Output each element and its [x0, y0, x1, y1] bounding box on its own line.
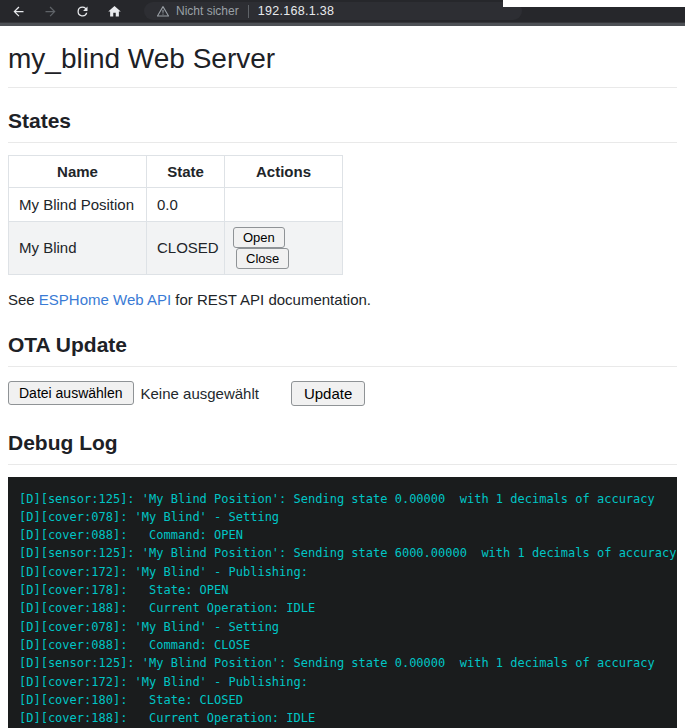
column-header-name: Name: [9, 155, 147, 187]
cell-actions: OpenClose: [225, 221, 343, 274]
cell-state: CLOSED: [147, 221, 225, 274]
home-icon[interactable]: [106, 3, 122, 19]
url-text[interactable]: 192.168.1.38: [258, 4, 335, 18]
ota-upload-row: Datei auswählen Keine ausgewählt Update: [8, 381, 677, 406]
log-line: [D][cover:172]: 'My Blind' - Publishing:: [19, 673, 666, 691]
choose-file-button[interactable]: Datei auswählen: [8, 381, 134, 405]
debug-log-panel[interactable]: [D][sensor:125]: 'My Blind Position': Se…: [8, 477, 677, 728]
column-header-state: State: [147, 155, 225, 187]
title-divider: [8, 87, 677, 88]
web-server-page: my_blind Web Server States Name State Ac…: [0, 42, 685, 728]
log-line: [D][sensor:125]: 'My Blind Position': Se…: [19, 490, 666, 508]
table-row-blind: My Blind CLOSED OpenClose: [9, 221, 343, 274]
page-title: my_blind Web Server: [8, 42, 677, 76]
states-divider: [8, 142, 677, 143]
api-note-suffix: for REST API documentation.: [171, 291, 371, 308]
address-bar[interactable]: Nicht sicher 192.168.1.38: [144, 2, 522, 20]
toolbar-bottom-strip: [0, 22, 685, 26]
log-line: [D][cover:188]: Current Operation: IDLE: [19, 709, 666, 727]
api-note: See ESPHome Web API for REST API documen…: [8, 291, 677, 308]
ota-divider: [8, 366, 677, 367]
open-button[interactable]: Open: [233, 227, 285, 248]
log-line: [D][cover:088]: Command: OPEN: [19, 526, 666, 544]
browser-toolbar: Nicht sicher 192.168.1.38: [0, 0, 685, 22]
log-line: [D][cover:078]: 'My Blind' - Setting: [19, 618, 666, 636]
log-line: [D][cover:078]: 'My Blind' - Setting: [19, 508, 666, 526]
reload-icon[interactable]: [74, 3, 90, 19]
update-button[interactable]: Update: [291, 381, 365, 406]
log-line: [D][sensor:125]: 'My Blind Position': Se…: [19, 654, 666, 672]
esphome-web-api-link[interactable]: ESPHome Web API: [39, 291, 171, 308]
states-heading: States: [8, 108, 677, 133]
cell-actions-empty: [225, 187, 343, 221]
file-status-text: Keine ausgewählt: [141, 385, 259, 402]
table-header-row: Name State Actions: [9, 155, 343, 187]
debug-log-heading: Debug Log: [8, 430, 677, 455]
window-corner-gap: [503, 0, 685, 7]
log-line: [D][cover:188]: Current Operation: IDLE: [19, 599, 666, 617]
back-icon[interactable]: [10, 3, 26, 19]
warning-triangle-icon[interactable]: [156, 4, 170, 18]
log-line: [D][cover:172]: 'My Blind' - Publishing:: [19, 563, 666, 581]
debug-log-divider: [8, 464, 677, 465]
table-row-blind-position: My Blind Position 0.0: [9, 187, 343, 221]
log-line: [D][cover:088]: Command: CLOSE: [19, 636, 666, 654]
log-line: [D][sensor:125]: 'My Blind Position': Se…: [19, 544, 666, 562]
log-line: [D][cover:180]: State: CLOSED: [19, 691, 666, 709]
cell-name: My Blind: [9, 221, 147, 274]
security-label[interactable]: Nicht sicher: [176, 4, 239, 18]
ota-heading: OTA Update: [8, 332, 677, 357]
omnibox-divider: [248, 5, 249, 18]
close-button[interactable]: Close: [236, 248, 289, 269]
cell-name: My Blind Position: [9, 187, 147, 221]
forward-icon[interactable]: [42, 3, 58, 19]
column-header-actions: Actions: [225, 155, 343, 187]
log-line: [D][cover:178]: State: OPEN: [19, 581, 666, 599]
cell-state: 0.0: [147, 187, 225, 221]
api-note-prefix: See: [8, 291, 39, 308]
states-table: Name State Actions My Blind Position 0.0…: [8, 155, 343, 275]
